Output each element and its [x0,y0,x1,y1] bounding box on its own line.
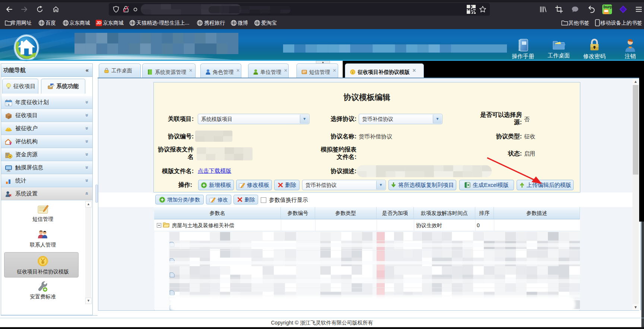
svg-text:¥: ¥ [9,155,11,158]
